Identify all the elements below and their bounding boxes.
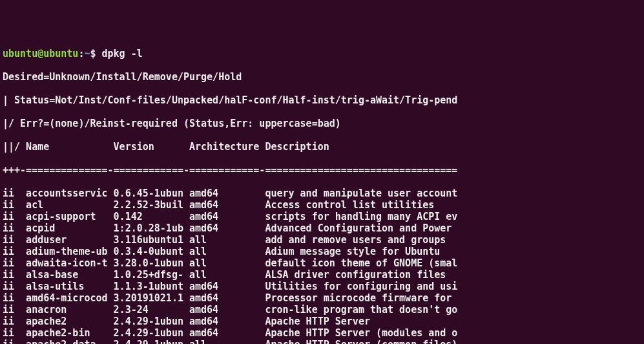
package-row: ii apache2-data 2.4.29-1ubun all Apache … — [3, 339, 641, 344]
header-separator-line: +++-==============-============-========… — [3, 164, 641, 176]
package-list: ii accountsservic 0.6.45-1ubun amd64 que… — [3, 188, 641, 344]
package-row: ii adduser 3.116ubuntu1 all add and remo… — [3, 234, 641, 246]
package-row: ii acpid 1:2.0.28-1ub amd64 Advanced Con… — [3, 222, 641, 234]
header-desired-line: Desired=Unknown/Install/Remove/Purge/Hol… — [3, 71, 641, 83]
package-row: ii adwaita-icon-t 3.28.0-1ubun all defau… — [3, 257, 641, 269]
package-row: ii accountsservic 0.6.45-1ubun amd64 que… — [3, 188, 641, 199]
package-row: ii alsa-utils 1.1.3-1ubunt amd64 Utiliti… — [3, 281, 641, 292]
package-row: ii adium-theme-ub 0.3.4-0ubunt all Adium… — [3, 246, 641, 257]
header-err-line: |/ Err?=(none)/Reinst-required (Status,E… — [3, 118, 641, 129]
package-row: ii apache2-bin 2.4.29-1ubun amd64 Apache… — [3, 327, 641, 339]
header-status-line: | Status=Not/Inst/Conf-files/Unpacked/ha… — [3, 94, 641, 106]
typed-command: dpkg -l — [102, 48, 143, 59]
header-columns-line: ||/ Name Version Architecture Descriptio… — [3, 141, 641, 153]
package-row: ii amd64-microcod 3.20191021.1 amd64 Pro… — [3, 292, 641, 304]
package-row: ii alsa-base 1.0.25+dfsg- all ALSA drive… — [3, 269, 641, 281]
prompt-dollar: $ — [90, 48, 101, 59]
package-row: ii acpi-support 0.142 amd64 scripts for … — [3, 211, 641, 222]
prompt-line[interactable]: ubuntu@ubuntu:~$ dpkg -l — [3, 48, 641, 59]
package-row: ii anacron 2.3-24 amd64 cron-like progra… — [3, 304, 641, 316]
package-row: ii apache2 2.4.29-1ubun amd64 Apache HTT… — [3, 316, 641, 327]
prompt-user-host: ubuntu@ubuntu — [3, 48, 78, 59]
package-row: ii acl 2.2.52-3buil amd64 Access control… — [3, 199, 641, 211]
